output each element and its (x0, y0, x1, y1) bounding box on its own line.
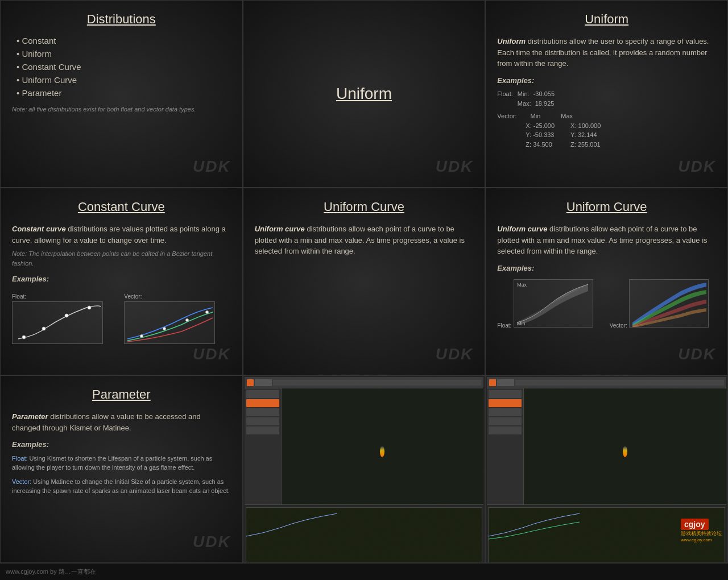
distributions-title: Distributions (12, 12, 231, 27)
svg-point-6 (186, 319, 189, 322)
distributions-list: Constant Uniform Constant Curve Uniform … (12, 36, 231, 98)
param-float-detail: Using Kismet to shorten the Lifespan of … (12, 455, 212, 471)
ss2-particle (619, 423, 631, 459)
vector-max-vals: X: 100.000 Y: 32.144 Z: 255.001 (570, 121, 601, 150)
bullet-uniform-curve: Uniform Curve (12, 75, 231, 85)
udk-watermark-2: UDK (436, 158, 474, 176)
cell-uniform-curve-2: Uniform Curve Uniform curve distribution… (485, 188, 728, 375)
ss1-particle (377, 423, 388, 459)
cell-distributions: Distributions Constant Uniform Constant … (0, 0, 243, 188)
udk-watermark-3: UDK (678, 158, 716, 176)
uc2-float-label: Float: (497, 322, 511, 329)
uc2-body: Uniform curve distributions allow each p… (497, 223, 716, 331)
ss2-panel-row-active (489, 399, 522, 407)
cgjoy-watermark: cgjoy 游戏精美特效论坛 www.cgjoy.com (681, 519, 722, 542)
svg-point-1 (42, 327, 46, 330)
constant-curve-title: Constant Curve (12, 200, 231, 214)
ss1-particle-svg (377, 423, 388, 457)
cell-parameter: Parameter Parameter distributions allow … (0, 375, 243, 563)
ss1-left-panel (245, 388, 282, 504)
udk-watermark-7: UDK (193, 533, 231, 551)
svg-point-9 (623, 446, 627, 457)
udk-watermark-1: UDK (193, 158, 231, 176)
uc2-float-svg: Max Min (514, 279, 593, 328)
footer-text: www.cgjoy.com by 路…一直都在 (6, 567, 96, 576)
ss1-viewport (282, 388, 484, 504)
ss2-panel-row-2 (489, 408, 522, 416)
bullet-uniform: Uniform (12, 49, 231, 59)
bullet-constant-curve: Constant Curve (12, 62, 231, 72)
svg-point-4 (140, 335, 143, 338)
float-max: Max: 18.925 (518, 99, 555, 109)
ss1-toolbar (245, 377, 484, 388)
cc-vector-label: Vector: (124, 293, 142, 300)
uc1-italic: Uniform curve (255, 225, 305, 233)
uc2-title: Uniform Curve (497, 200, 716, 214)
min-label: Min (517, 321, 526, 326)
ss1-panel-row-3 (246, 417, 279, 425)
float-min: Min: -30.055 (518, 89, 555, 99)
uniform-desc: Uniform distributions allow the user to … (497, 36, 716, 69)
cell-screenshot-2: cgjoy 游戏精美特效论坛 www.cgjoy.com (485, 375, 728, 563)
ss2-toolbar (487, 377, 726, 388)
ss1-toolbar-space (273, 380, 482, 386)
screenshot-1-container (245, 377, 484, 561)
ss1-btn-2 (255, 379, 272, 386)
ss2-panel-row-1 (489, 390, 522, 398)
uc1-desc: Uniform curve distributions allow each p… (255, 223, 474, 257)
param-vector-section: Vector: Using Matinee to change the Init… (12, 477, 231, 496)
ss1-panel-row-active (246, 399, 279, 407)
uc2-vector-svg (629, 279, 709, 328)
max-label: Max (517, 282, 527, 288)
cell-uniform-detail: Uniform Uniform distributions allow the … (485, 0, 728, 188)
ss2-particle-svg (619, 423, 631, 457)
ss2-main (487, 388, 726, 504)
ss1-panel-row-4 (246, 426, 279, 434)
svg-point-0 (22, 335, 26, 339)
ss2-btn-1 (489, 379, 496, 386)
cc-examples: Examples: (12, 274, 231, 285)
param-examples: Examples: (12, 439, 231, 450)
uc1-title: Uniform Curve (255, 200, 474, 214)
uniform-desc-text: distributions allow the user to specify … (497, 37, 709, 68)
footer-bar: www.cgjoy.com by 路…一直都在 (0, 563, 728, 580)
svg-point-3 (88, 306, 91, 309)
parameter-body: Parameter distributions allow a value to… (12, 411, 231, 496)
ss1-panel-row-1 (246, 390, 279, 398)
cc-desc: Constant curve distributions are values … (12, 223, 231, 246)
uniform-examples: Examples: (497, 75, 716, 86)
uc2-vector-label: Vector: (610, 322, 627, 329)
cell-constant-curve: Constant Curve Constant curve distributi… (0, 188, 243, 375)
param-vector-detail: Using Matinee to change the Initial Size… (12, 478, 230, 495)
udk-watermark-4: UDK (193, 345, 231, 363)
vector-min-vals: X: -25.000 Y: -50.333 Z: 34.500 (526, 121, 555, 150)
constant-curve-body: Constant curve distributions are values … (12, 223, 231, 347)
uniform-detail-body: Uniform distributions allow the user to … (497, 36, 716, 149)
uc2-charts: Float: Max Min Vector: (497, 279, 716, 331)
uniform-float-row: Float: Min: -30.055 Max: 18.925 (497, 89, 716, 108)
parameter-title: Parameter (12, 387, 231, 402)
udk-watermark-5: UDK (436, 345, 474, 363)
cgjoy-tagline: 游戏精美特效论坛 (681, 530, 722, 537)
cc-italic: Constant curve (12, 225, 66, 233)
udk-watermark-6: UDK (678, 345, 716, 363)
uniform-italic: Uniform (497, 37, 526, 45)
distributions-note: Note: all five distributions exist for b… (12, 106, 231, 113)
ss1-btn-1 (247, 379, 254, 386)
svg-point-2 (65, 314, 68, 317)
uc2-desc: Uniform curve distributions allow each p… (497, 223, 716, 257)
param-vector-label: Vector: (12, 478, 31, 485)
cc-charts: Float: Vector: (12, 291, 231, 347)
param-italic: Parameter (12, 412, 48, 421)
cc-note: Note: The interpolation between points c… (12, 249, 231, 268)
ss1-graph-svg (246, 508, 482, 563)
cc-float-label: Float: (12, 293, 26, 300)
cc-vector-chart: Vector: (124, 291, 230, 347)
cgjoy-url: www.cgjoy.com (681, 537, 722, 542)
cell-screenshot-1 (243, 375, 486, 563)
cell-uniform-curve-1: Uniform Curve Uniform curve distribution… (243, 188, 486, 375)
ss1-graph (246, 507, 483, 563)
uc2-vector-chart: Vector: (610, 279, 716, 331)
ss2-left-panel (487, 388, 524, 504)
uc2-float-chart: Float: Max Min (497, 279, 603, 331)
